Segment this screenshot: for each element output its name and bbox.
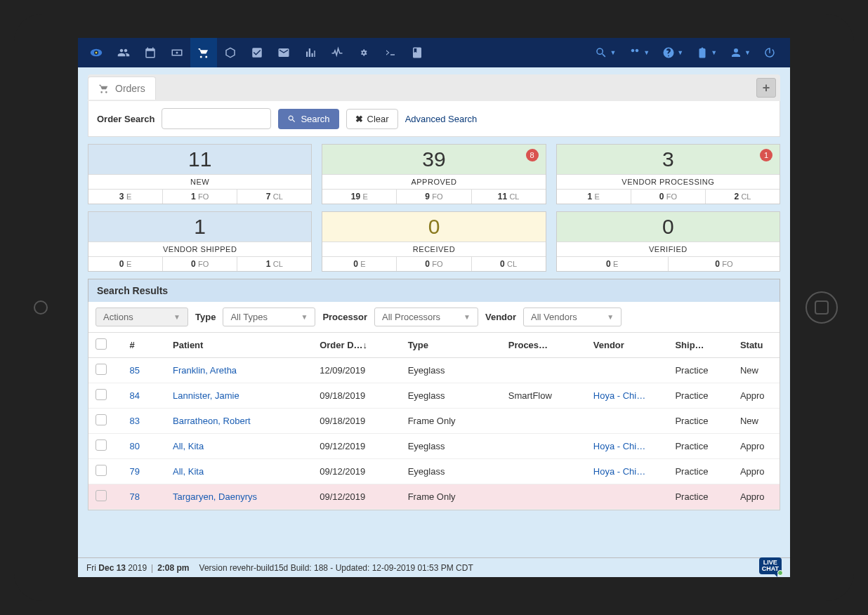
col-processor[interactable]: Proces… (501, 333, 586, 358)
type-dropdown[interactable]: All Types▼ (223, 308, 315, 326)
row-number[interactable]: 85 (122, 358, 166, 383)
row-type: Eyeglass (401, 383, 501, 409)
row-ship: Practice (668, 484, 732, 510)
row-status: New (733, 358, 780, 383)
tablet-camera (34, 300, 48, 315)
row-status: Appro (733, 484, 780, 510)
row-checkbox[interactable] (96, 439, 107, 451)
nav-patients-icon[interactable] (110, 38, 137, 67)
col-vendor[interactable]: Vendor (586, 333, 669, 358)
live-chat-button[interactable]: LIVECHAT (759, 557, 782, 574)
row-processor (501, 409, 586, 434)
row-vendor[interactable]: Hoya - Chi… (586, 383, 669, 409)
nav-health-icon[interactable] (324, 38, 350, 67)
table-row[interactable]: 83Barratheon, Robert09/18/2019Frame Only… (88, 409, 780, 434)
add-tab-button[interactable]: + (756, 78, 776, 98)
row-patient[interactable]: All, Kita (166, 459, 313, 484)
topbar-clipboard-icon[interactable]: ▼ (692, 38, 721, 67)
nav-settings-icon[interactable] (350, 38, 377, 67)
row-number[interactable]: 83 (122, 409, 166, 434)
stats-row-2: 1 VENDOR SHIPPED 0 E 0 FO 1 CL 0 RECEIVE… (88, 211, 780, 272)
row-number[interactable]: 80 (122, 434, 166, 459)
row-vendor[interactable]: Hoya - Chi… (586, 434, 669, 459)
row-patient[interactable]: Franklin, Aretha (166, 358, 313, 383)
row-patient[interactable]: All, Kita (166, 434, 313, 459)
row-checkbox[interactable] (96, 364, 107, 375)
row-checkbox[interactable] (96, 465, 107, 476)
nav-terminal-icon[interactable] (377, 38, 404, 67)
footer-bar: Fri Dec 13 2019 | 2:08 pm Version revehr… (78, 557, 790, 577)
col-status[interactable]: Statu (733, 333, 780, 358)
row-checkbox[interactable] (96, 414, 107, 425)
stat-vendor-shipped[interactable]: 1 VENDOR SHIPPED 0 E 0 FO 1 CL (88, 211, 312, 272)
row-patient[interactable]: Targaryen, Daenyrys (166, 484, 313, 510)
row-vendor[interactable]: Hoya - Chi… (586, 459, 669, 484)
topbar-power-icon[interactable] (759, 38, 780, 67)
topbar-right: ▼ ▼ ▼ ▼ ▼ (591, 38, 786, 67)
row-number[interactable]: 78 (122, 484, 166, 510)
tablet-frame: ▼ ▼ ▼ ▼ ▼ Orders + Order Search (14, 14, 854, 601)
type-label: Type (195, 312, 216, 322)
stat-new[interactable]: 11 NEW 3 E 1 FO 7 CL (88, 144, 312, 204)
order-search-input[interactable] (162, 108, 271, 129)
col-order-date[interactable]: Order D…↓ (313, 333, 400, 358)
nav-calendar-icon[interactable] (137, 38, 164, 67)
row-checkbox[interactable] (96, 490, 107, 501)
topbar-user-icon[interactable]: ▼ (725, 38, 755, 67)
stat-received[interactable]: 0 RECEIVED 0 E 0 FO 0 CL (322, 211, 546, 272)
approved-badge: 8 (526, 149, 539, 161)
row-vendor (586, 409, 669, 434)
table-row[interactable]: 84Lannister, Jamie09/18/2019EyeglassSmar… (88, 383, 780, 409)
search-button[interactable]: Search (278, 109, 338, 129)
clear-button[interactable]: ✖ Clear (346, 109, 398, 129)
col-number[interactable]: # (122, 333, 166, 358)
stat-approved[interactable]: 8 39 APPROVED 19 E 9 FO 11 CL (322, 144, 546, 204)
nav-messages-icon[interactable] (270, 38, 297, 67)
processor-dropdown[interactable]: All Processors▼ (374, 308, 478, 326)
nav-reports-icon[interactable] (297, 38, 324, 67)
search-label: Order Search (97, 114, 154, 124)
topbar-search-icon[interactable]: ▼ (591, 38, 620, 67)
advanced-search-link[interactable]: Advanced Search (405, 114, 478, 124)
table-row[interactable]: 79All, Kita09/12/2019EyeglassHoya - Chi…… (88, 459, 780, 484)
nav-billing-icon[interactable] (164, 38, 190, 67)
row-number[interactable]: 84 (122, 383, 166, 409)
table-row[interactable]: 85Franklin, Aretha12/09/2019EyeglassPrac… (88, 358, 780, 383)
cart-icon (98, 83, 110, 94)
table-row[interactable]: 80All, Kita09/12/2019EyeglassHoya - Chi…… (88, 434, 780, 459)
row-status: Appro (733, 383, 780, 409)
stat-verified[interactable]: 0 VERIFIED 0 E 0 FO (556, 211, 780, 272)
topbar-help-icon[interactable]: ▼ (658, 38, 688, 67)
nav-inventory-icon[interactable] (217, 38, 244, 67)
row-checkbox[interactable] (96, 389, 107, 400)
col-type[interactable]: Type (401, 333, 501, 358)
table-row[interactable]: 78Targaryen, Daenyrys09/12/2019Frame Onl… (88, 484, 780, 510)
col-checkbox[interactable] (88, 333, 122, 358)
row-number[interactable]: 79 (122, 459, 166, 484)
results-panel: Actions▼ Type All Types▼ Processor All P… (88, 302, 780, 510)
row-type: Frame Only (401, 409, 501, 434)
row-processor (501, 484, 586, 510)
app-screen: ▼ ▼ ▼ ▼ ▼ Orders + Order Search (78, 38, 790, 577)
col-patient[interactable]: Patient (166, 333, 313, 358)
content-area: Orders + Order Search Search ✖ Clear Adv… (78, 67, 790, 557)
nav-orders-icon[interactable] (190, 38, 217, 67)
row-ship: Practice (668, 409, 732, 434)
app-logo[interactable] (82, 46, 110, 59)
topbar: ▼ ▼ ▼ ▼ ▼ (78, 38, 790, 67)
nav-tasks-icon[interactable] (244, 38, 270, 67)
row-patient[interactable]: Lannister, Jamie (166, 383, 313, 409)
tab-orders[interactable]: Orders (88, 77, 156, 100)
topbar-users-icon[interactable]: ▼ (624, 38, 654, 67)
svg-point-2 (96, 52, 98, 54)
vendor-dropdown[interactable]: All Vendors▼ (523, 308, 622, 326)
main-nav (110, 38, 430, 67)
stat-vendor-processing[interactable]: 1 3 VENDOR PROCESSING 1 E 0 FO 2 CL (556, 144, 780, 204)
nav-docs-icon[interactable] (404, 38, 430, 67)
row-status: Appro (733, 459, 780, 484)
tablet-home-button[interactable] (805, 291, 838, 324)
row-patient[interactable]: Barratheon, Robert (166, 409, 313, 434)
col-ship[interactable]: Ship… (668, 333, 732, 358)
row-vendor (586, 484, 669, 510)
actions-dropdown[interactable]: Actions▼ (96, 308, 188, 326)
